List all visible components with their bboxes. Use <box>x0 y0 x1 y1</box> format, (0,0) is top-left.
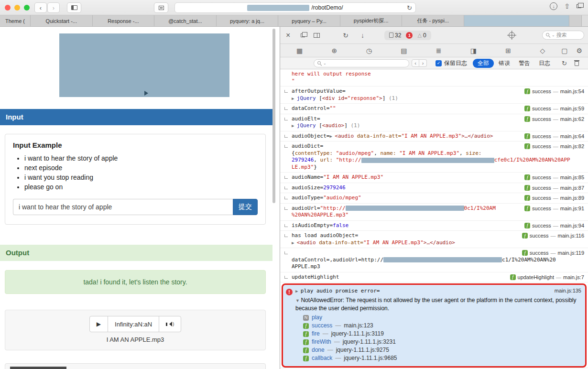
browser-tab[interactable]: Theme ( <box>0 15 31 26</box>
browser-tab[interactable]: pyspider初探... <box>340 15 403 26</box>
log-source[interactable]: fsuccess—main.js:94 <box>524 223 584 228</box>
reload-page-icon[interactable]: ↻ <box>343 32 348 39</box>
resource-count[interactable]: 32 <box>389 32 401 39</box>
filter-segment[interactable]: 警告 <box>515 59 534 68</box>
frame-function-name[interactable]: play <box>312 314 322 322</box>
inspector-tab-icon-5[interactable]: ◨ <box>470 47 477 54</box>
inspector-tab-icon-2[interactable]: ◷ <box>366 47 372 54</box>
video-placeholder[interactable] <box>59 33 229 97</box>
browser-tab[interactable] <box>464 15 569 26</box>
video-play-icon[interactable] <box>144 91 151 96</box>
log-source[interactable]: fsuccess—main.js:89 <box>524 195 584 201</box>
console-row[interactable]: audioObject=▶ <audio data-info-att="I AM… <box>280 131 588 142</box>
error-message[interactable]: ▼ NotAllowedError: The request is not al… <box>295 296 581 312</box>
address-bar[interactable]: /robotDemo/ ↻ <box>174 2 416 13</box>
console-row[interactable]: updateHighlightfupdateHighlight—main.js:… <box>280 272 588 283</box>
submit-button[interactable]: 提交 <box>233 199 258 215</box>
frame-location[interactable]: main.js:123 <box>344 322 373 330</box>
inspector-tab-icon-0[interactable]: ▦ <box>296 47 303 54</box>
log-source[interactable]: fsuccess—main.js:116 <box>522 233 584 239</box>
close-window-button[interactable] <box>5 5 11 11</box>
preserve-log-label[interactable]: 保留日志 <box>444 59 467 67</box>
log-source[interactable]: fsuccess—main.js:64 <box>524 133 584 139</box>
share-button[interactable]: ⇧ <box>564 2 570 10</box>
stack-frame[interactable]: fcallback—jquery-1.11.1.js:9685 <box>303 354 581 362</box>
filter-segment[interactable]: 日志 <box>535 59 554 68</box>
stack-frame[interactable]: fsuccess—main.js:123 <box>303 322 581 330</box>
browser-tab[interactable]: Quickstart -... <box>31 15 93 26</box>
log-source[interactable]: fsuccess—main.js:54 <box>524 88 584 94</box>
console-row[interactable]: audioUrl="http://0c1/I%20AM%20AN%20APPLE… <box>280 204 588 221</box>
tab-overview-button[interactable] <box>577 4 581 8</box>
console-row[interactable]: isAudioEmpty=falsefsuccess—main.js:94 <box>280 221 588 231</box>
browser-tab[interactable]: 任务 - pyspi... <box>402 15 464 26</box>
inspector-tab-icon-3[interactable]: ▤ <box>401 47 407 54</box>
console-filter-field[interactable]: ⌄ <box>314 59 409 67</box>
console-row[interactable]: has load audioObject=▶ <audio data-info-… <box>280 231 588 248</box>
dock-side-icon[interactable] <box>301 33 305 37</box>
console-row[interactable]: audioSize=2979246fsuccess—main.js:87 <box>280 183 588 194</box>
frame-function-name[interactable]: fire <box>312 330 320 338</box>
error-header[interactable]: ▶ play audio promise error= <box>295 287 555 295</box>
trash-icon[interactable] <box>575 61 579 66</box>
stack-frame[interactable]: ffire—jquery-1.11.1.js:3119 <box>303 330 581 338</box>
browser-tab[interactable]: Response -... <box>93 15 155 26</box>
filter-segment[interactable]: 错误 <box>495 59 514 68</box>
stack-frame[interactable]: fdone—jquery-1.11.1.js:9275 <box>303 346 581 354</box>
browser-tab[interactable]: pyquery: a jq... <box>217 15 279 26</box>
console-row[interactable]: dataControl=""fsuccess—main.js:59 <box>280 104 588 114</box>
preserve-log-checkbox[interactable]: ✓ <box>436 60 442 66</box>
error-log-block[interactable]: ! ▶ play audio promise error= main.js:13… <box>282 283 587 368</box>
frame-function-name[interactable]: done <box>312 346 325 354</box>
minimize-window-button[interactable] <box>14 5 20 11</box>
inspector-tab-icon-6[interactable]: ⊞ <box>505 47 511 54</box>
page-layout-button[interactable] <box>154 2 168 13</box>
console-row[interactable]: afterOutputValue=▶ jQuery [<div id="resp… <box>280 87 588 104</box>
page-scrollbar[interactable] <box>272 27 276 369</box>
inspector-tab-icon-1[interactable]: ⊕ <box>332 47 338 54</box>
close-inspector-icon[interactable]: × <box>286 31 290 40</box>
reload-icon[interactable]: ↻ <box>407 4 412 11</box>
downloads-button[interactable]: ↓ <box>550 2 557 10</box>
forward-button[interactable]: › <box>47 2 60 13</box>
zoom-window-button[interactable] <box>24 5 30 11</box>
log-source[interactable]: fsuccess—main.js:91 <box>524 206 584 211</box>
scrollbar-thumb[interactable] <box>272 29 275 203</box>
log-source[interactable]: fsuccess—main.js:85 <box>524 174 584 180</box>
log-source[interactable]: fsuccess—main.js:87 <box>524 185 584 191</box>
inspector-tab-icon-7[interactable]: ◇ <box>540 47 545 54</box>
browser-tab[interactable]: @catch_stat... <box>154 15 217 26</box>
frame-function-name[interactable]: success <box>312 322 332 330</box>
log-source[interactable]: fsuccess—main.js:82 <box>524 143 584 149</box>
inspector-right-icon-0[interactable]: ▢ <box>561 47 567 54</box>
inspector-tab-icon-4[interactable]: ≣ <box>436 47 442 54</box>
inspector-right-icon-1[interactable]: ⚙ <box>576 47 582 54</box>
clear-refresh-icon[interactable]: ↻ <box>562 60 567 67</box>
console-row[interactable]: audioName="I AM AN APPLE.mp3"fsuccess—ma… <box>280 173 588 183</box>
console-row[interactable]: audioDict={contentType: "audio/mpeg", na… <box>280 141 588 173</box>
frame-function-name[interactable]: callback <box>312 354 332 362</box>
back-button[interactable]: ‹ <box>34 2 47 13</box>
console-row[interactable]: here will output response" <box>280 69 588 87</box>
log-source[interactable]: fsuccess—main.js:119 <box>522 250 584 256</box>
tab-stub[interactable] <box>569 15 582 26</box>
find-previous-button[interactable]: ‹ <box>412 59 419 67</box>
sidebar-button[interactable] <box>67 2 81 13</box>
inspector-search-field[interactable]: ⌄ 搜索 <box>542 31 584 40</box>
find-next-button[interactable]: › <box>419 59 427 67</box>
log-source[interactable]: fupdateHighlight—main.js:7 <box>510 274 584 280</box>
audio-play-button[interactable]: ▶ <box>90 316 108 332</box>
download-icon[interactable]: ↓ <box>361 32 364 39</box>
frame-location[interactable]: jquery-1.11.1.js:3119 <box>331 330 384 338</box>
console-row[interactable]: audioType="audio/mpeg"fsuccess—main.js:8… <box>280 193 588 204</box>
frame-location[interactable]: jquery-1.11.1.js:9685 <box>344 354 397 362</box>
frame-location[interactable]: jquery-1.11.1.js:3231 <box>343 338 396 346</box>
stack-frame[interactable]: Nplay <box>303 314 581 322</box>
query-input[interactable] <box>13 199 233 215</box>
frame-function-name[interactable]: fireWith <box>312 338 331 346</box>
split-view-icon[interactable] <box>314 33 320 38</box>
inspect-element-icon[interactable] <box>509 32 515 38</box>
browser-tab[interactable]: pyquery – Py... <box>278 15 340 26</box>
new-tab-sliver[interactable] <box>582 15 588 26</box>
filter-segment[interactable]: 全部 <box>473 59 494 68</box>
